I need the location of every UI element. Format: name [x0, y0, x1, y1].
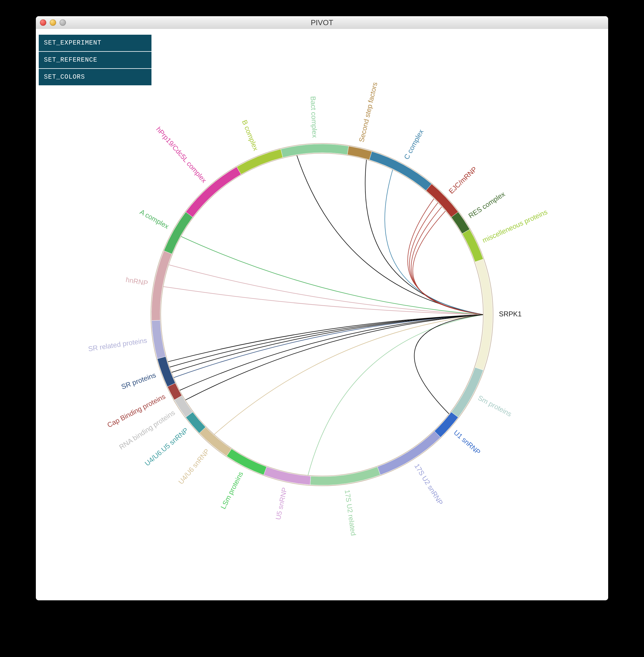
arc-label-misc: miscelleneous proteins — [481, 208, 548, 244]
arc-label-u2rel: 17S U2 related — [343, 489, 358, 536]
traffic-lights — [36, 19, 66, 26]
chord-link — [414, 315, 483, 414]
menu-set-reference[interactable]: SET_REFERENCE — [39, 52, 152, 69]
arc-label-res: RES complex — [467, 190, 506, 220]
arc-label-srpk1: SRPK1 — [499, 310, 522, 318]
arc-u2[interactable] — [377, 431, 440, 475]
arc-lsm[interactable] — [227, 449, 267, 475]
arc-sr[interactable] — [157, 357, 175, 387]
close-icon[interactable] — [40, 19, 46, 26]
arc-label-u46: U4/U6 snRNP — [177, 447, 211, 486]
arc-label-rna: RNA binding proteins — [118, 409, 176, 451]
arc-label-acomp: A complex — [138, 208, 170, 230]
arc-label-bact: Bact complex — [309, 96, 319, 138]
chord-link — [174, 315, 483, 378]
arc-label-u2: 17S U2 snRNP — [413, 462, 444, 506]
arc-label-ccomp: C complex — [402, 128, 425, 161]
chord-diagram: SRPK1Sm proteinsU1 snRNP17S U2 snRNP17S … — [76, 69, 568, 561]
menu-set-experiment[interactable]: SET_EXPERIMENT — [39, 35, 152, 52]
arc-label-hnrnp: hnRNP — [125, 276, 148, 287]
arc-label-hprp19: hPrp19/Cdc5L complex — [155, 125, 208, 184]
arc-label-u1: U1 snRNP — [452, 429, 482, 456]
arc-hprp19[interactable] — [186, 167, 241, 217]
arc-rna[interactable] — [174, 395, 193, 417]
chord-link — [413, 211, 483, 315]
arc-label-sr: SR proteins — [120, 371, 157, 391]
arc-sm[interactable] — [451, 367, 483, 417]
minimize-icon[interactable] — [50, 19, 56, 26]
arc-label-bcomp: B complex — [240, 119, 260, 152]
arc-bcomp[interactable] — [237, 149, 283, 175]
arc-label-u46u5: U4/U6.U5 snRNP — [143, 426, 190, 468]
app-canvas: SET_EXPERIMENT SET_REFERENCE SET_COLORS … — [36, 29, 608, 600]
arc-u46[interactable] — [200, 427, 232, 456]
app-window: PIVOT SET_EXPERIMENT SET_REFERENCE SET_C… — [36, 16, 608, 600]
maximize-icon[interactable] — [60, 19, 66, 26]
arc-res[interactable] — [451, 212, 470, 234]
arc-label-second: Second step factors — [357, 81, 378, 143]
chord-link — [214, 315, 483, 435]
titlebar: PIVOT — [36, 16, 608, 29]
chord-link — [168, 265, 483, 315]
chord-link — [411, 207, 483, 315]
arc-hnrnp[interactable] — [152, 251, 172, 321]
chord-link — [308, 315, 483, 475]
arc-label-u5: U5 snRNP — [274, 487, 289, 521]
chord-link — [408, 199, 483, 315]
chord-link — [185, 315, 483, 400]
arc-label-cap: Cap Binding proteins — [106, 392, 166, 429]
arc-label-sm: Sm proteins — [477, 393, 513, 418]
arc-acomp[interactable] — [164, 212, 193, 254]
chord-link — [171, 315, 483, 372]
arc-srrel[interactable] — [152, 320, 166, 359]
arc-label-lsm: LSm proteins — [219, 470, 245, 510]
svg-point-2 — [161, 153, 483, 476]
window-title: PIVOT — [36, 18, 608, 27]
arc-label-srrel: SR related proteins — [88, 336, 147, 353]
arc-ccomp[interactable] — [369, 152, 432, 190]
arc-label-ejc: EJC/mRNP — [447, 165, 478, 195]
arc-u1[interactable] — [434, 412, 458, 437]
